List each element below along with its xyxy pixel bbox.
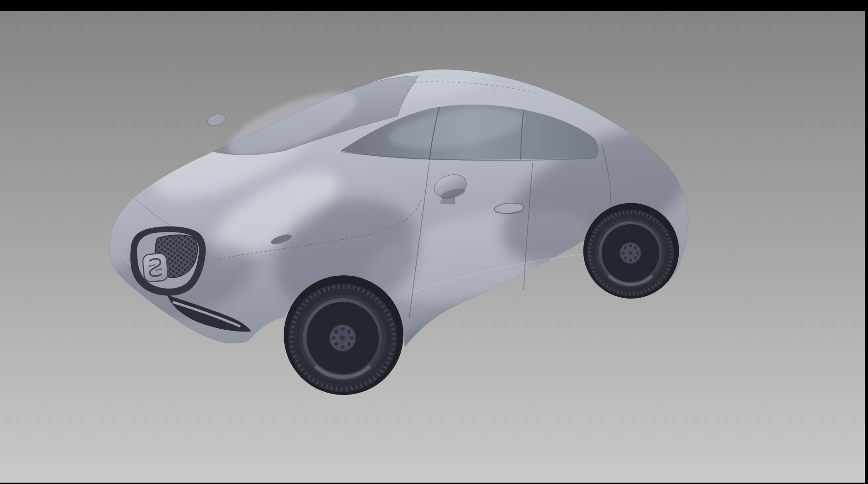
front-wheel — [284, 275, 403, 395]
render-screenshot — [0, 0, 868, 484]
seat-badge — [142, 253, 168, 282]
cad-app-window — [0, 0, 868, 484]
right-letterbox-strip — [865, 11, 868, 484]
top-letterbox-bar — [0, 0, 868, 11]
rear-wheel — [583, 203, 679, 299]
